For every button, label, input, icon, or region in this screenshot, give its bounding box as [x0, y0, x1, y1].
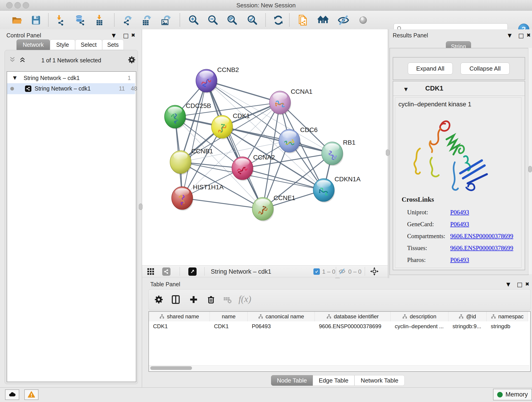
warnings-button[interactable] — [24, 389, 38, 400]
network-row-selected[interactable]: String Network – cdk1 11 48 — [7, 83, 135, 94]
document-share-icon — [297, 14, 309, 26]
table-options-button[interactable] — [155, 295, 163, 305]
network-node-hist1h1a[interactable]: HIST1H1A — [172, 184, 224, 211]
string-homes-button[interactable] — [317, 14, 329, 26]
network-node-cdkn1a[interactable]: CDKN1A — [313, 176, 361, 203]
expand-all-button[interactable]: Expand All — [408, 63, 453, 75]
show-grid-button[interactable] — [147, 268, 154, 276]
network-node-ccne1[interactable]: CCNE1 — [252, 194, 295, 221]
crosslink-link[interactable]: 9606.ENSP00000378699 — [450, 233, 513, 240]
zoom-fit-button[interactable] — [226, 14, 238, 26]
scrollbar-thumb[interactable] — [150, 366, 192, 370]
close-panel-icon[interactable]: ✖ — [525, 281, 529, 287]
maximize-panel-icon[interactable]: □ — [518, 32, 524, 39]
float-panel-icon[interactable]: ▼ — [508, 32, 512, 38]
table-row[interactable]: CDK1CDK1P064939606.ENSP00000378699cyclin… — [149, 321, 530, 332]
network-edge-hist1h1a-ccne1[interactable] — [182, 198, 263, 209]
maximize-panel-icon[interactable]: □ — [123, 32, 129, 39]
double-house-icon — [317, 14, 329, 26]
column-header-label: shared name — [167, 313, 199, 320]
close-panel-icon[interactable]: ✖ — [131, 32, 135, 38]
save-session-button[interactable] — [30, 14, 42, 26]
crosslink-link[interactable]: P06493 — [450, 221, 469, 228]
table-cell[interactable]: CDK1 — [210, 321, 248, 332]
table-cell[interactable]: stringdb — [487, 321, 528, 332]
network-node-rb1[interactable]: RB1 — [322, 139, 355, 166]
table-cell[interactable]: P06493 — [248, 321, 315, 332]
export-image-button[interactable] — [159, 14, 172, 26]
column-header-name[interactable]: name — [210, 312, 248, 321]
column-header-namespac[interactable]: namespac — [487, 312, 528, 321]
zoom-in-button[interactable] — [187, 14, 200, 26]
birds-eye-view-button[interactable] — [188, 268, 196, 276]
disclosure-triangle-icon[interactable]: ▼ — [13, 75, 17, 80]
table-cell[interactable]: CDK1 — [149, 321, 210, 332]
export-network-button[interactable] — [121, 14, 133, 26]
table-cell[interactable]: cyclin–dependent ... — [391, 321, 448, 332]
network-node-ccna1[interactable]: CCNA1 — [269, 88, 312, 115]
cloud-status-button[interactable] — [5, 389, 19, 400]
new-network-from-selection-button[interactable] — [297, 14, 309, 26]
show-all-button[interactable] — [357, 14, 369, 26]
network-node-cdc25b[interactable]: CDC25B — [165, 102, 211, 129]
column-header-description[interactable]: description — [391, 312, 448, 321]
import-network-file-button[interactable] — [55, 14, 67, 26]
close-panel-icon[interactable]: ✖ — [526, 32, 531, 38]
disclosure-triangle-icon[interactable]: ▼ — [404, 86, 408, 92]
results-scrollbar[interactable] — [528, 48, 532, 274]
tab-edge-table[interactable]: Edge Table — [313, 375, 355, 386]
import-network-database-button[interactable] — [74, 14, 86, 26]
results-scrollbar-thumb[interactable] — [528, 166, 532, 172]
show-columns-button[interactable] — [171, 295, 180, 305]
network-options-button[interactable] — [128, 56, 135, 64]
add-column-button[interactable] — [189, 295, 198, 305]
table-horizontal-scrollbar[interactable] — [149, 365, 529, 370]
refresh-layout-button[interactable] — [272, 14, 285, 26]
crosslink-link[interactable]: P06493 — [450, 256, 469, 264]
tab-style[interactable]: Style — [50, 39, 75, 50]
network-node-ccnb2[interactable]: CCNB2 — [196, 66, 239, 93]
tab-node-table[interactable]: Node Table — [271, 375, 313, 386]
tab-sets[interactable]: Sets — [102, 39, 124, 50]
crosslink-link[interactable]: P06493 — [450, 209, 469, 216]
memory-button[interactable]: Memory — [493, 389, 532, 400]
network-node-ccnb1[interactable]: CCNB1 — [170, 148, 213, 175]
network-collection-row[interactable]: ▼ String Network – cdk1 1 — [7, 73, 135, 83]
hidden-elements-indicator[interactable] — [339, 268, 346, 276]
maximize-panel-icon[interactable]: □ — [517, 281, 523, 288]
network-edge-ccnb2-hist1h1a[interactable] — [182, 81, 206, 198]
collapse-all-button[interactable]: Collapse All — [461, 63, 510, 75]
hide-unselected-button[interactable] — [337, 14, 350, 26]
crosslink-link[interactable]: 9606.ENSP00000378699 — [450, 245, 513, 252]
tab-select[interactable]: Select — [75, 39, 102, 50]
column-header-database-identifier[interactable]: database identifier — [315, 312, 391, 321]
delete-table-button[interactable] — [223, 296, 232, 305]
open-session-button[interactable] — [11, 14, 23, 26]
float-panel-icon[interactable]: ▼ — [506, 281, 510, 287]
zoom-selected-button[interactable] — [246, 14, 259, 26]
function-builder-button[interactable]: f(x) — [239, 294, 251, 304]
float-panel-icon[interactable]: ▼ — [112, 32, 116, 38]
column-header-canonical-name[interactable]: canonical name — [248, 312, 315, 321]
network-node-ccna2[interactable]: CCNA2 — [232, 154, 275, 181]
export-table-button[interactable] — [140, 14, 152, 26]
pan-mode-button[interactable] — [370, 267, 379, 277]
import-table-button[interactable] — [93, 14, 105, 26]
column-header-shared-name[interactable]: shared name — [149, 312, 210, 321]
column-header--id[interactable]: @id — [448, 312, 487, 321]
selected-checkbox[interactable] — [313, 268, 320, 275]
network-node-cdk1[interactable]: CDK1 — [211, 112, 250, 139]
table-cell[interactable]: stringdb:9... — [448, 321, 487, 332]
tab-network-table[interactable]: Network Table — [355, 375, 405, 386]
splitter-handle[interactable] — [386, 149, 389, 156]
splitter-handle[interactable] — [139, 204, 143, 210]
network-edge-ccna2-cdkn1a[interactable] — [242, 168, 324, 190]
zoom-out-button[interactable] — [207, 14, 219, 26]
network-node-cdc6[interactable]: CDC6 — [279, 126, 317, 153]
delete-column-button[interactable] — [206, 295, 215, 305]
tab-network[interactable]: Network — [17, 39, 50, 50]
network-canvas[interactable]: CCNB2CCNA1CDC25BCDK1CDC6RB1CCNB1CCNA2CDK… — [142, 29, 388, 265]
table-cell[interactable]: 9606.ENSP00000378699 — [315, 321, 391, 332]
crosslink-row: Uniprot:P06493 — [407, 206, 517, 218]
network-overview-toggle[interactable] — [162, 268, 171, 276]
